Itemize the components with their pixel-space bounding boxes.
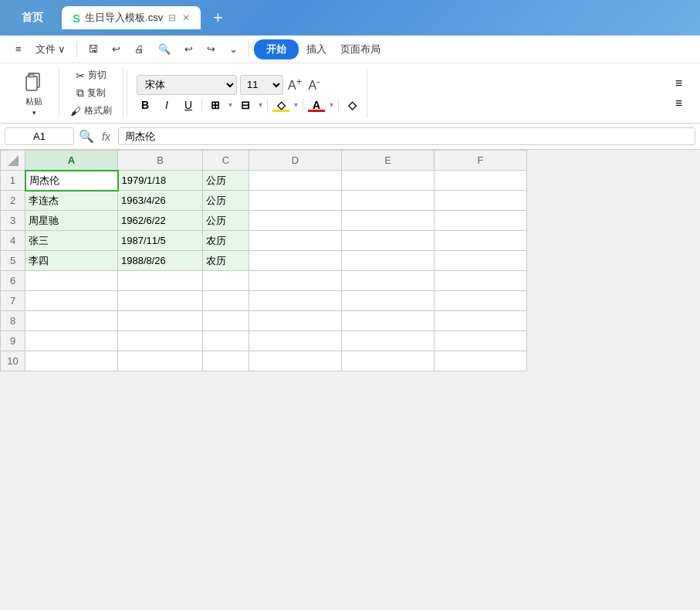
cell-3-B[interactable]: 1962/6/22: [118, 211, 203, 231]
cell-1-D[interactable]: [249, 171, 342, 191]
cell-8-B[interactable]: [118, 311, 203, 331]
font-size-decrease-button[interactable]: A-: [306, 76, 321, 93]
border-button[interactable]: ⊞: [207, 98, 224, 112]
cell-5-D[interactable]: [249, 251, 342, 271]
file-menu[interactable]: 文件 ∨: [29, 39, 72, 59]
cell-1-F[interactable]: [435, 171, 527, 191]
col-header-f[interactable]: F: [435, 151, 527, 171]
fill-arrow[interactable]: ▾: [294, 100, 298, 109]
col-header-c[interactable]: C: [203, 151, 249, 171]
cell-10-C[interactable]: [203, 351, 249, 371]
layout-menu[interactable]: 页面布局: [334, 39, 387, 59]
cell-8-F[interactable]: [435, 311, 527, 331]
cell-9-D[interactable]: [249, 331, 342, 351]
search-icon-btn[interactable]: 🔍: [152, 40, 177, 58]
cell-3-E[interactable]: [342, 211, 435, 231]
start-menu[interactable]: 开始: [254, 39, 299, 59]
cell-6-C[interactable]: [203, 271, 249, 291]
cell-9-C[interactable]: [203, 331, 249, 351]
cell-7-E[interactable]: [342, 291, 435, 311]
cell-5-A[interactable]: 李四: [25, 251, 118, 271]
formula-search-icon[interactable]: 🔍: [79, 129, 94, 144]
cell-2-C[interactable]: 公历: [203, 191, 249, 211]
cell-8-E[interactable]: [342, 311, 435, 331]
cell-6-D[interactable]: [249, 271, 342, 291]
undo-icon-btn[interactable]: ↩: [178, 40, 199, 58]
spreadsheet-container[interactable]: A B C D E F 1周杰伦1979/1/18公历2李连杰1963/4/26…: [0, 150, 700, 610]
cell-3-C[interactable]: 公历: [203, 211, 249, 231]
col-header-d[interactable]: D: [249, 151, 342, 171]
save-icon-btn[interactable]: 🖫: [82, 40, 104, 58]
cell-1-C[interactable]: 公历: [203, 171, 249, 191]
font-size-increase-button[interactable]: A+: [286, 76, 303, 93]
col-header-a[interactable]: A: [25, 151, 118, 171]
cell-6-B[interactable]: [118, 271, 203, 291]
cell-2-A[interactable]: 李连杰: [25, 191, 118, 211]
cell-10-B[interactable]: [118, 351, 203, 371]
redo-icon-btn[interactable]: ↪: [201, 40, 221, 58]
cell-4-A[interactable]: 张三: [25, 231, 118, 251]
cell-8-C[interactable]: [203, 311, 249, 331]
cell-1-A[interactable]: 周杰伦: [25, 171, 118, 191]
cell-10-E[interactable]: [342, 351, 435, 371]
cell-7-C[interactable]: [203, 291, 249, 311]
monitor-icon[interactable]: ⊟: [168, 12, 176, 23]
cell-7-D[interactable]: [249, 291, 342, 311]
cell-7-A[interactable]: [25, 291, 118, 311]
cell-8-A[interactable]: [25, 311, 118, 331]
print-icon-btn[interactable]: 🖨: [128, 40, 150, 58]
paste-button[interactable]: 粘贴 ▾: [17, 66, 51, 120]
hamburger-menu[interactable]: ≡: [9, 40, 28, 58]
cell-10-D[interactable]: [249, 351, 342, 371]
cell-5-F[interactable]: [435, 251, 527, 271]
cell-5-E[interactable]: [342, 251, 435, 271]
cell-9-B[interactable]: [118, 331, 203, 351]
bold-button[interactable]: B: [137, 98, 154, 112]
cell-7-F[interactable]: [435, 291, 527, 311]
cell-6-E[interactable]: [342, 271, 435, 291]
cell-2-E[interactable]: [342, 191, 435, 211]
merge-button[interactable]: ⊟: [237, 98, 254, 112]
cell-10-A[interactable]: [25, 351, 118, 371]
insert-menu[interactable]: 插入: [300, 39, 333, 59]
font-name-select[interactable]: 宋体: [137, 75, 237, 95]
font-size-select[interactable]: 11: [240, 75, 283, 95]
cell-3-F[interactable]: [435, 211, 527, 231]
cell-4-D[interactable]: [249, 231, 342, 251]
cell-9-F[interactable]: [435, 331, 527, 351]
cell-3-A[interactable]: 周星驰: [25, 211, 118, 231]
underline-button[interactable]: U: [180, 98, 197, 112]
tab-file[interactable]: S 生日导入模板.csv ⊟ ✕: [62, 6, 201, 29]
cell-1-B[interactable]: 1979/1/18: [118, 171, 203, 191]
add-tab-button[interactable]: +: [204, 5, 232, 31]
undo2-icon-btn[interactable]: ↩: [106, 40, 127, 58]
align-right-button[interactable]: ≡: [673, 75, 685, 92]
merge-arrow[interactable]: ▾: [259, 100, 262, 109]
cell-7-B[interactable]: [118, 291, 203, 311]
cell-6-F[interactable]: [435, 271, 527, 291]
border-arrow[interactable]: ▾: [228, 100, 232, 109]
formula-input[interactable]: [118, 127, 695, 145]
align-center-button[interactable]: ≡: [673, 95, 685, 112]
cell-10-F[interactable]: [435, 351, 527, 371]
cell-2-B[interactable]: 1963/4/26: [118, 191, 203, 211]
cell-reference-input[interactable]: [5, 127, 74, 145]
cell-2-F[interactable]: [435, 191, 527, 211]
cell-5-C[interactable]: 农历: [203, 251, 249, 271]
cell-4-C[interactable]: 农历: [203, 231, 249, 251]
tab-home[interactable]: 首页: [6, 5, 59, 31]
font-color-arrow[interactable]: ▾: [330, 100, 333, 109]
font-color-button[interactable]: A: [308, 98, 325, 112]
cell-4-B[interactable]: 1987/11/5: [118, 231, 203, 251]
cell-5-B[interactable]: 1988/8/26: [118, 251, 203, 271]
cell-4-F[interactable]: [435, 231, 527, 251]
more-icon-btn[interactable]: ⌄: [223, 40, 244, 58]
cell-9-A[interactable]: [25, 331, 118, 351]
copy-button[interactable]: ⧉ 复制: [73, 85, 109, 101]
format-painter-button[interactable]: 🖌 格式刷: [67, 103, 115, 119]
col-header-e[interactable]: E: [342, 151, 435, 171]
cell-9-E[interactable]: [342, 331, 435, 351]
fill-color-button[interactable]: ◇: [272, 98, 289, 112]
cell-6-A[interactable]: [25, 271, 118, 291]
close-tab-icon[interactable]: ✕: [182, 12, 190, 23]
